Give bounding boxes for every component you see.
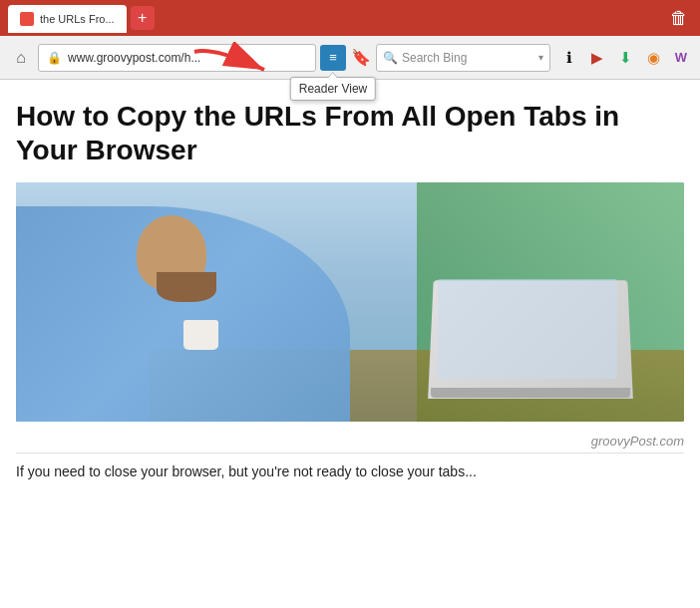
reader-view-tooltip: Reader View	[290, 77, 376, 101]
article-content: How to Copy the URLs From All Open Tabs …	[0, 80, 700, 494]
article-title: How to Copy the URLs From All Open Tabs …	[16, 100, 684, 166]
article-body-preview: If you need to close your browser, but y…	[16, 453, 684, 482]
home-button[interactable]: ⌂	[8, 45, 34, 71]
toolbar-icons: ℹ ▶ ⬇ ◉ W	[558, 47, 692, 69]
search-dropdown-icon[interactable]: ▾	[538, 52, 543, 63]
info-icon[interactable]: ℹ	[558, 47, 580, 69]
drive-icon[interactable]: ◉	[642, 47, 664, 69]
browser-tab[interactable]: the URLs Fro...	[8, 5, 127, 33]
reader-view-container: ≡ Reader View	[320, 45, 346, 71]
lock-icon: 🔒	[47, 51, 62, 65]
bookmark-button[interactable]: 🔖	[350, 45, 372, 71]
search-placeholder: Search Bing	[402, 51, 534, 65]
reader-view-button[interactable]: ≡	[320, 45, 346, 71]
download-icon[interactable]: ⬇	[614, 47, 636, 69]
address-bar: ⌂ 🔒 www.groovypost.com/h... ≡ Reader Vie…	[0, 36, 700, 80]
search-icon: 🔍	[383, 51, 398, 65]
play-icon[interactable]: ▶	[586, 47, 608, 69]
search-field[interactable]: 🔍 Search Bing ▾	[376, 44, 550, 72]
close-window-button[interactable]: 🗑	[666, 8, 692, 29]
new-tab-button[interactable]: +	[131, 6, 155, 30]
tab-title: the URLs Fro...	[40, 13, 115, 25]
url-text: www.groovypost.com/h...	[68, 51, 200, 65]
article-hero-image	[16, 182, 684, 422]
title-bar: the URLs Fro... + 🗑	[0, 0, 700, 36]
tab-favicon	[20, 12, 34, 26]
article-watermark: groovyPost.com	[16, 434, 684, 449]
onenote-icon[interactable]: W	[670, 47, 692, 69]
